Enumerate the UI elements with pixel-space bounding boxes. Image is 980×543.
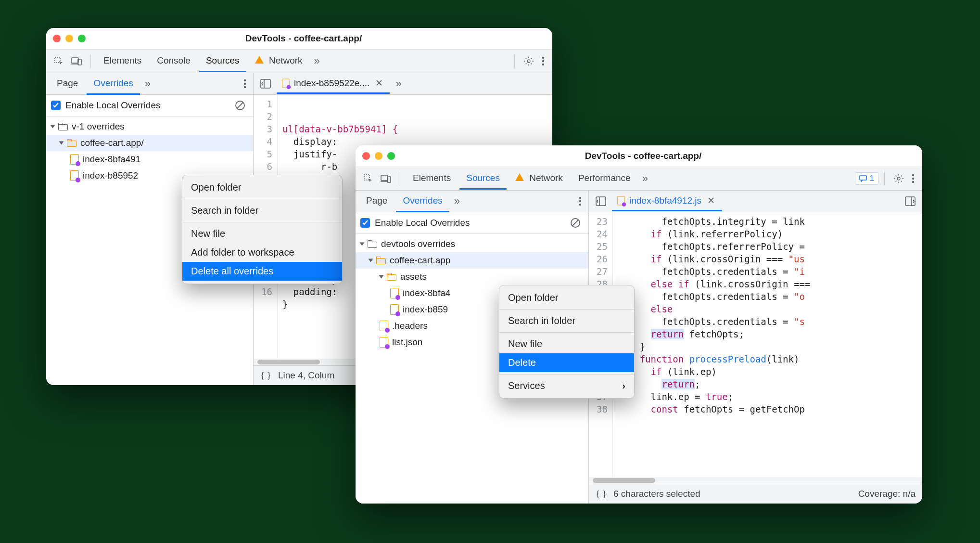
settings-gear-icon[interactable] — [891, 170, 907, 187]
file-override-icon — [282, 78, 289, 88]
ctx-services[interactable]: Services › — [499, 376, 634, 395]
ctx-add-folder[interactable]: Add folder to workspace — [182, 243, 342, 262]
tree-domain[interactable]: coffee-cart.app/ — [46, 135, 253, 151]
messages-badge[interactable]: 1 — [855, 172, 878, 185]
svg-point-20 — [579, 197, 581, 199]
braces-icon[interactable]: { } — [596, 489, 607, 499]
svg-point-16 — [897, 177, 900, 180]
svg-rect-1 — [72, 58, 78, 63]
cursor-position: Line 4, Colum — [278, 370, 334, 381]
subtab-overrides[interactable]: Overrides — [87, 73, 140, 95]
subtab-kebab-icon[interactable] — [576, 194, 585, 209]
file-override-icon — [380, 337, 388, 348]
close-tab-icon[interactable]: ✕ — [705, 195, 717, 206]
svg-point-5 — [542, 60, 544, 62]
chevron-down-icon — [360, 243, 365, 246]
warning-icon — [515, 173, 524, 181]
zoom-dot-icon[interactable] — [387, 152, 395, 160]
clear-overrides-icon[interactable] — [232, 97, 248, 114]
code-content[interactable]: fetchOpts.integrity = link if (link.refe… — [613, 212, 922, 477]
inspect-icon[interactable] — [360, 171, 376, 186]
svg-point-4 — [542, 57, 544, 59]
horizontal-scrollbar[interactable] — [589, 477, 922, 484]
enable-overrides-checkbox[interactable] — [360, 218, 370, 228]
more-editor-tabs-icon[interactable]: » — [393, 75, 404, 93]
device-toggle-icon[interactable] — [378, 171, 394, 186]
tree-domain-label: coffee-cart.app — [390, 255, 450, 266]
svg-point-7 — [244, 79, 246, 81]
toggle-debugger-icon[interactable] — [902, 194, 918, 209]
tree-root[interactable]: v-1 overrides — [46, 118, 253, 135]
device-toggle-icon[interactable] — [68, 54, 85, 68]
svg-point-6 — [542, 64, 544, 65]
kebab-menu-icon[interactable] — [909, 171, 917, 186]
kebab-menu-icon[interactable] — [539, 53, 547, 69]
more-tabs-icon[interactable]: » — [311, 52, 323, 70]
settings-gear-icon[interactable] — [521, 53, 537, 69]
main-toolbar: Elements Sources Network Performance » 1 — [356, 167, 922, 191]
traffic-lights — [362, 152, 395, 160]
tree-root-label: devtools overrides — [381, 239, 455, 249]
svg-point-8 — [244, 83, 246, 85]
tree-file-label: list.json — [392, 337, 422, 348]
editor-tab[interactable]: index-b859522e.... ✕ — [277, 74, 390, 94]
tree-assets[interactable]: assets — [356, 269, 588, 285]
more-subtabs-icon[interactable]: » — [451, 192, 463, 210]
tree-file-label: index-b85952 — [83, 170, 138, 181]
tree-domain[interactable]: coffee-cart.app — [356, 252, 588, 269]
folder-mapped-icon — [67, 139, 76, 147]
ctx-new-file[interactable]: New file — [182, 224, 342, 243]
minimize-dot-icon[interactable] — [65, 35, 73, 42]
tab-network-label: Network — [529, 173, 563, 183]
toggle-navigator-icon[interactable] — [593, 194, 609, 209]
ctx-open-folder[interactable]: Open folder — [499, 288, 634, 307]
zoom-dot-icon[interactable] — [78, 35, 86, 42]
toggle-navigator-icon[interactable] — [257, 76, 274, 91]
braces-icon[interactable]: { } — [260, 370, 271, 381]
ctx-open-folder[interactable]: Open folder — [182, 178, 342, 197]
tab-sources[interactable]: Sources — [199, 51, 246, 72]
ctx-search-in-folder[interactable]: Search in folder — [182, 201, 342, 220]
ctx-delete[interactable]: Delete — [499, 353, 634, 372]
tree-file[interactable]: index-8bfa491 — [46, 151, 253, 168]
ctx-delete-all-overrides[interactable]: Delete all overrides — [182, 262, 342, 281]
tree-domain-label: coffee-cart.app/ — [80, 138, 144, 148]
code-editor[interactable]: 2324 2526 2728 2930 3132 3334 3536 3738 … — [589, 212, 922, 477]
subtab-overrides[interactable]: Overrides — [396, 191, 449, 212]
tab-network[interactable]: Network — [248, 51, 309, 72]
tab-elements[interactable]: Elements — [97, 51, 148, 72]
svg-point-17 — [912, 174, 914, 176]
subtab-page[interactable]: Page — [359, 191, 394, 212]
ctx-new-file[interactable]: New file — [499, 335, 634, 353]
tab-console[interactable]: Console — [150, 51, 197, 72]
tab-network[interactable]: Network — [509, 168, 570, 190]
minimize-dot-icon[interactable] — [375, 152, 382, 160]
subtab-kebab-icon[interactable] — [241, 76, 249, 91]
more-subtabs-icon[interactable]: » — [142, 75, 153, 93]
close-dot-icon[interactable] — [53, 35, 61, 42]
tree-root[interactable]: devtools overrides — [356, 236, 588, 252]
svg-rect-11 — [261, 79, 270, 88]
svg-point-9 — [244, 86, 246, 88]
more-tabs-icon[interactable]: » — [639, 169, 651, 188]
inspect-icon[interactable] — [51, 53, 66, 69]
editor-tab-label: index-8bfa4912.js — [629, 195, 701, 206]
tab-network-label: Network — [269, 55, 303, 65]
file-override-icon — [390, 304, 399, 315]
tree-file-label: .headers — [392, 321, 428, 331]
editor-tab[interactable]: index-8bfa4912.js ✕ — [612, 191, 722, 211]
ctx-search-in-folder[interactable]: Search in folder — [499, 311, 634, 330]
clear-overrides-icon[interactable] — [567, 215, 584, 231]
tab-sources[interactable]: Sources — [459, 168, 507, 190]
tab-performance[interactable]: Performance — [572, 168, 637, 190]
close-tab-icon[interactable]: ✕ — [373, 78, 385, 89]
window-title: DevTools - coffee-cart.app/ — [405, 151, 882, 161]
warning-icon — [255, 56, 264, 64]
svg-point-19 — [912, 181, 914, 183]
close-dot-icon[interactable] — [362, 152, 370, 160]
svg-point-21 — [579, 200, 581, 202]
svg-rect-25 — [905, 197, 915, 206]
enable-overrides-checkbox[interactable] — [51, 101, 61, 110]
subtab-page[interactable]: Page — [50, 73, 85, 95]
tab-elements[interactable]: Elements — [406, 168, 458, 190]
